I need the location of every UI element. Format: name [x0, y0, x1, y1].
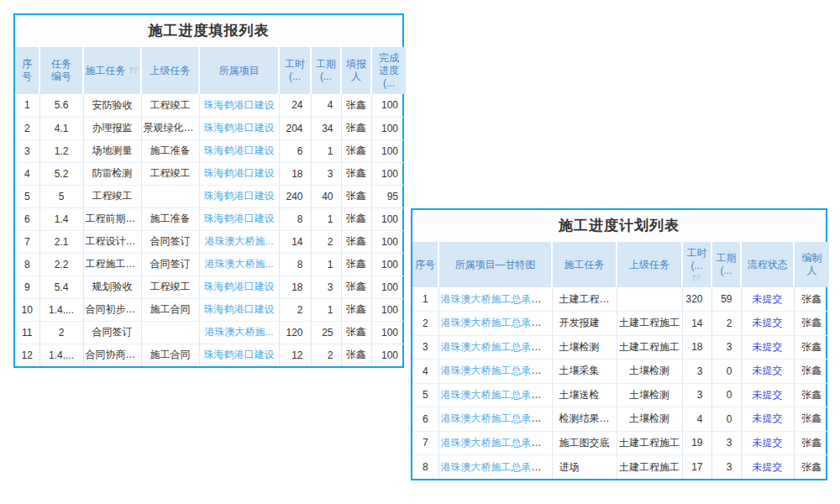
cell-reporter: 张鑫 — [341, 230, 371, 253]
project-link[interactable]: 珠海鹤港口建设 — [204, 281, 275, 292]
cell-task: 合同协商签订 — [83, 344, 141, 366]
cell-parent-task: 工程竣工 — [141, 162, 199, 185]
column-header-hours[interactable]: 工时 (... — [682, 242, 711, 287]
cell-parent-task: 施工准备 — [141, 139, 199, 162]
cell-duration: 3 — [711, 431, 741, 455]
cell-author: 张鑫 — [794, 312, 829, 336]
project-link[interactable]: 港珠澳大桥施... — [204, 235, 273, 247]
project-link[interactable]: 港珠澳大桥施... — [204, 258, 273, 270]
cell-reporter: 张鑫 — [341, 162, 371, 185]
status-link[interactable]: 未提交 — [753, 365, 783, 376]
sort-icon[interactable] — [684, 273, 710, 282]
project-link[interactable]: 港珠澳大桥施工总承包项目 — [441, 341, 553, 353]
cell-progress: 100 — [371, 94, 406, 117]
cell-index: 11 — [15, 321, 39, 344]
project-link[interactable]: 珠海鹤港口建设 — [204, 303, 275, 315]
project-link[interactable]: 珠海鹤港口建设 — [204, 213, 275, 224]
cell-task: 检测结果存底 — [552, 407, 617, 432]
cell-author: 张鑫 — [794, 455, 829, 480]
cell-duration: 1 — [311, 253, 341, 276]
cell-duration: 3 — [311, 276, 341, 298]
status-link[interactable]: 未提交 — [753, 461, 783, 473]
column-label: 工期 (... — [717, 252, 737, 276]
status-link[interactable]: 未提交 — [753, 412, 783, 424]
status-link[interactable]: 未提交 — [753, 437, 783, 449]
table-row: 121.4....合同协商签订施工合同珠海鹤港口建设122张鑫100 — [15, 344, 406, 366]
progress-report-table-body: 15.6安防验收工程竣工珠海鹤港口建设244张鑫10024.1办理报监景观绿化施… — [15, 94, 406, 366]
project-link[interactable]: 港珠澳大桥施工总承包项目 — [441, 365, 553, 376]
project-link[interactable]: 港珠澳大桥施工总承包项目 — [441, 389, 553, 401]
cell-project: 港珠澳大桥施... — [199, 321, 279, 344]
project-link[interactable]: 港珠澳大桥施工总承包项目 — [441, 293, 553, 305]
column-label: 上级任务 — [629, 259, 669, 270]
column-header-project-gantt: 所属项目—甘特图 — [438, 242, 552, 287]
progress-report-table-title: 施工进度填报列表 — [15, 15, 402, 47]
cell-hours: 3 — [682, 360, 711, 384]
cell-reporter: 张鑫 — [341, 321, 371, 344]
cell-hours: 4 — [682, 407, 711, 432]
cell-task: 进场 — [552, 455, 617, 480]
project-link[interactable]: 港珠澳大桥施工总承包项目 — [441, 461, 553, 473]
column-header-index: 序 号 — [15, 47, 39, 94]
project-link[interactable]: 珠海鹤港口建设 — [204, 190, 275, 202]
project-link[interactable]: 珠海鹤港口建设 — [204, 122, 275, 134]
cell-task: 工程竣工 — [83, 185, 141, 207]
column-header-duration: 工期 (... — [711, 242, 741, 287]
cell-parent-task — [617, 287, 682, 312]
table-row: 101.4....合同初步拟定施工合同珠海鹤港口建设21张鑫100 — [15, 298, 406, 321]
column-header-parent-task: 上级任务 — [141, 47, 199, 94]
cell-status: 未提交 — [741, 335, 794, 360]
column-header-status: 流程状态 — [741, 242, 794, 287]
cell-project-gantt: 港珠澳大桥施工总承包项目 — [438, 335, 552, 360]
project-link[interactable]: 港珠澳大桥施工总承包项目 — [441, 412, 553, 424]
table-row: 45.2防雷检测工程竣工珠海鹤港口建设183张鑫100 — [15, 162, 406, 185]
cell-task-no: 2.2 — [39, 253, 83, 276]
column-label: 填报 人 — [346, 58, 366, 82]
cell-status: 未提交 — [741, 431, 794, 455]
cell-status: 未提交 — [741, 455, 794, 480]
cell-hours: 18 — [279, 162, 311, 185]
cell-task: 开发报建 — [552, 312, 617, 336]
column-header-reporter: 填报 人 — [341, 47, 371, 94]
project-link[interactable]: 珠海鹤港口建设 — [204, 167, 275, 179]
cell-author: 张鑫 — [794, 383, 829, 407]
cell-task-no: 2 — [39, 321, 83, 344]
cell-author: 张鑫 — [794, 335, 829, 360]
cell-progress: 100 — [371, 276, 406, 298]
cell-parent-task: 施工合同 — [141, 298, 199, 321]
cell-progress: 100 — [371, 162, 406, 185]
cell-duration: 34 — [311, 117, 341, 139]
cell-index: 8 — [15, 253, 39, 276]
column-header-task[interactable]: 施工任务 — [83, 47, 141, 94]
cell-task-no: 1.4 — [39, 207, 83, 230]
cell-duration: 3 — [311, 162, 341, 185]
project-link[interactable]: 港珠澳大桥施工总承包项目 — [441, 437, 553, 449]
table-row: 95.4规划验收工程竣工珠海鹤港口建设183张鑫100 — [15, 276, 406, 298]
cell-task-no: 1.4.... — [39, 298, 83, 321]
column-header-task-no: 任务 编号 — [39, 47, 83, 94]
status-link[interactable]: 未提交 — [753, 341, 783, 353]
progress-plan-table-header: 序号所属项目—甘特图施工任务上级任务工时 (...工期 (...流程状态编制 人 — [412, 242, 829, 287]
project-link[interactable]: 港珠澳大桥施... — [204, 326, 273, 338]
table-row: 61.4工程前期施...施工准备珠海鹤港口建设81张鑫100 — [15, 207, 406, 230]
progress-report-table: 序 号任务 编号施工任务上级任务所属项目工时 (...工期 (...填报 人完成… — [15, 47, 406, 366]
cell-project-gantt: 港珠澳大桥施工总承包项目 — [438, 407, 552, 432]
cell-task: 办理报监 — [83, 117, 141, 139]
cell-hours: 12 — [279, 344, 311, 366]
project-link[interactable]: 珠海鹤港口建设 — [204, 349, 275, 360]
project-link[interactable]: 珠海鹤港口建设 — [204, 99, 275, 111]
project-link[interactable]: 港珠澳大桥施工总承包项目 — [441, 317, 553, 328]
status-link[interactable]: 未提交 — [753, 389, 783, 401]
sort-icon[interactable] — [129, 66, 139, 75]
cell-duration: 3 — [711, 455, 741, 480]
table-row: 2港珠澳大桥施工总承包项目开发报建土建工程施工142未提交张鑫 — [412, 312, 829, 336]
status-link[interactable]: 未提交 — [753, 293, 783, 305]
cell-index: 5 — [412, 383, 438, 407]
cell-project-gantt: 港珠澳大桥施工总承包项目 — [438, 431, 552, 455]
project-link[interactable]: 珠海鹤港口建设 — [204, 144, 275, 156]
status-link[interactable]: 未提交 — [753, 317, 783, 328]
cell-progress: 100 — [371, 207, 406, 230]
column-label: 工时 (... — [687, 247, 707, 271]
cell-progress: 100 — [371, 344, 406, 366]
cell-reporter: 张鑫 — [341, 253, 371, 276]
